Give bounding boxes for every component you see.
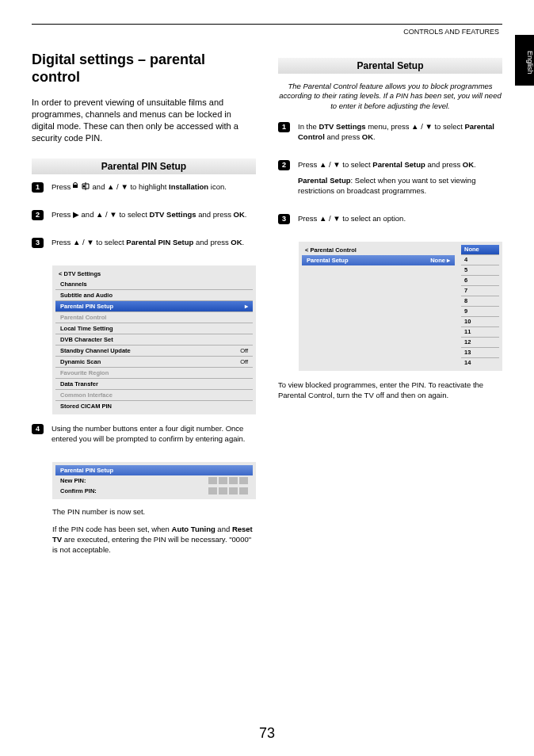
footnote: To view blocked programmes, enter the PI… (278, 380, 502, 401)
menu-item: Parental PIN Setup▸ (55, 301, 253, 312)
svg-point-2 (82, 185, 85, 187)
step-number: 1 (32, 182, 44, 193)
section-description: The Parental Control feature allows you … (278, 82, 502, 111)
step-text: In the DTV Settings menu, press ▲ / ▼ to… (298, 122, 502, 149)
menu-item: Local Time Setting (55, 323, 253, 334)
rating-option: 9 (461, 307, 499, 317)
step-text: Press ▲ / ▼ to select Parental Setup and… (298, 160, 502, 203)
page-header: CONTROLS AND FEATURES (32, 28, 502, 36)
pin-setup-box: Parental PIN Setup New PIN: Confirm PIN: (52, 462, 256, 499)
menu-item: Standby Channel UpdateOff (55, 346, 253, 357)
menu-item: Dynamic ScanOff (55, 357, 253, 368)
menu-item: Stored CICAM PIN (55, 401, 253, 411)
language-tab: English (515, 35, 534, 86)
rating-option: 12 (461, 338, 499, 348)
page-number: 73 (0, 725, 534, 742)
parental-control-menu: < Parental Control Parental Setup None ▸… (299, 242, 502, 371)
step-text: Press and ▲ / ▼ to highlight Installatio… (51, 182, 256, 200)
rating-option: 5 (461, 265, 499, 276)
menu-item: DVB Character Set (55, 334, 253, 346)
section-pin-setup: Parental PIN Setup (32, 158, 256, 174)
step-text: Using the number buttons enter a four di… (51, 424, 256, 451)
section-parental-setup: Parental Setup (278, 58, 502, 74)
step-number: 2 (32, 210, 44, 220)
step-number: 1 (278, 122, 290, 132)
menu-item: Favourite Region (55, 368, 253, 379)
tools-icon (73, 182, 90, 193)
header-rule (32, 24, 502, 25)
step-text: Press ▶ and ▲ / ▼ to select DTV Settings… (51, 210, 256, 227)
step-text: Press ▲ / ▼ to select an option. (298, 214, 502, 231)
step-number: 4 (32, 424, 44, 434)
menu-item: Data Transfer (55, 379, 253, 390)
step-number: 2 (278, 160, 290, 170)
menu-item: Parental Control (55, 312, 253, 323)
menu-item: Common Interface (55, 390, 253, 401)
rating-option: 10 (461, 317, 499, 327)
note: If the PIN code has been set, when Auto … (52, 525, 256, 555)
menu-item: Subtitle and Audio (55, 290, 253, 301)
step-text: Press ▲ / ▼ to select Parental PIN Setup… (51, 238, 256, 254)
rating-option: None (461, 245, 499, 255)
rating-option: 13 (461, 348, 499, 358)
rating-option: 14 (461, 358, 499, 368)
note: The PIN number is now set. (52, 507, 256, 517)
rating-option: 8 (461, 296, 499, 307)
page-title: Digital settings – parental control (32, 52, 256, 86)
rating-option: 6 (461, 276, 499, 286)
rating-option: 4 (461, 255, 499, 265)
step-number: 3 (278, 214, 290, 224)
step-number: 3 (32, 238, 44, 248)
intro-text: In order to prevent viewing of unsuitabl… (32, 97, 256, 143)
menu-item: Channels (55, 279, 253, 290)
rating-option: 11 (461, 327, 499, 338)
rating-option: 7 (461, 286, 499, 296)
dtv-settings-menu: < DTV Settings ChannelsSubtitle and Audi… (52, 265, 256, 414)
